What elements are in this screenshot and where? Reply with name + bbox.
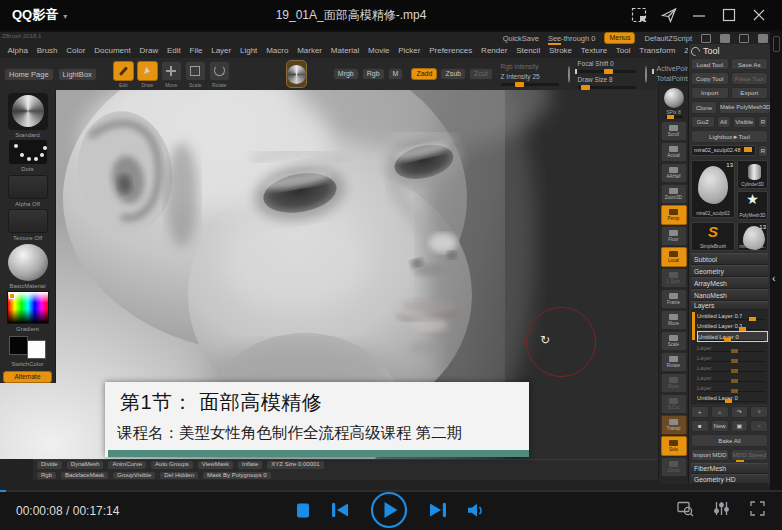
grid-icon[interactable] (701, 34, 711, 43)
right-shelf-button[interactable]: Transp (661, 415, 687, 435)
layer-row[interactable]: Untitled Layer 0.7 (697, 311, 768, 320)
tray-button[interactable]: Del Hidden (159, 471, 199, 480)
goz-all-button[interactable]: All (717, 116, 731, 128)
menu-item[interactable]: Alpha (3, 46, 32, 55)
secondary-color-swatch[interactable] (27, 340, 46, 359)
maximize-button[interactable] (720, 7, 737, 24)
menu-item[interactable]: Document (90, 46, 135, 55)
tool-section-header[interactable]: Geometry HD (691, 474, 768, 484)
zcut-button[interactable]: Zcut (469, 68, 493, 80)
menu-item[interactable]: Edit (163, 46, 186, 55)
draw-size-track[interactable] (578, 86, 636, 89)
right-shelf-button[interactable]: Scale (661, 331, 687, 351)
menu-item[interactable]: Texture (576, 46, 611, 55)
layer-row[interactable]: Untitled Layer 0 (697, 331, 768, 342)
tray-button[interactable]: Divide (36, 460, 63, 469)
right-shelf-button[interactable]: AAHalf (661, 163, 687, 183)
layer-action-button[interactable]: ▣ (731, 420, 749, 432)
right-shelf-button[interactable]: Solo (661, 436, 687, 456)
screenshot-icon[interactable] (630, 7, 647, 24)
collapse-panel-chevron[interactable]: ‹ (772, 272, 776, 284)
focal-shift-track[interactable] (578, 70, 636, 73)
export-button[interactable]: Export (731, 87, 769, 99)
m-button[interactable]: M (388, 68, 404, 80)
layers-section-header[interactable]: Layers (691, 301, 768, 310)
tray-button[interactable]: Inflate (237, 460, 263, 469)
layer-row[interactable]: Layer (697, 353, 768, 362)
layer-action-button[interactable]: ▼ (750, 406, 768, 418)
import-mdd-button[interactable]: Import MDD (691, 449, 729, 461)
next-button[interactable] (430, 503, 446, 517)
layer-action-button[interactable]: ■ (691, 420, 709, 432)
tray-button[interactable]: DynaMesh (66, 460, 105, 469)
tool-section-header[interactable]: Geometry (691, 265, 768, 277)
material-picker[interactable] (8, 244, 48, 281)
right-shelf-button[interactable]: Move (661, 310, 687, 330)
right-shelf-button[interactable]: Scroll (661, 121, 687, 141)
tool-section-header[interactable]: FiberMesh (691, 463, 768, 474)
layer-action-button[interactable]: × (750, 420, 768, 432)
menu-item[interactable]: Macro (262, 46, 293, 55)
menu-item[interactable]: Light (236, 46, 262, 55)
right-shelf-button[interactable]: Zoom3D (661, 184, 687, 204)
right-shelf-button[interactable]: Persp (661, 205, 687, 225)
mrgb-button[interactable]: Mrgb (333, 68, 359, 80)
snapshot-inspect-icon[interactable] (677, 500, 694, 521)
right-shelf-button[interactable]: Rotate (661, 352, 687, 372)
draw-mode-button[interactable] (137, 61, 158, 81)
menu-item[interactable]: Brush (32, 46, 62, 55)
menu-item[interactable]: Tool (611, 46, 634, 55)
panel-icon[interactable] (720, 34, 730, 43)
layer-row[interactable]: Layer (697, 373, 768, 382)
app-menu[interactable]: QQ影音 ▾ (0, 6, 67, 24)
menu-item[interactable]: Material (326, 46, 363, 55)
session-icon[interactable] (758, 34, 768, 43)
head2-thumbnail[interactable]: 13 mira02_scu.. (737, 222, 768, 251)
main-color-swatch[interactable] (9, 336, 28, 355)
menu-item[interactable]: Layer (207, 46, 236, 55)
current-brush-button[interactable] (286, 60, 307, 88)
layer-action-button[interactable]: + (691, 406, 709, 418)
right-shelf-button[interactable]: L.Sym (661, 268, 687, 288)
goz-visible-button[interactable]: Visible (733, 116, 757, 128)
video-frame[interactable]: ZBrush 2018.1 QuickSave See-through 0 Me… (0, 30, 782, 490)
make-polymesh3d-button[interactable]: Make PolyMesh3D (719, 101, 770, 113)
minimize-button[interactable] (690, 7, 707, 24)
play-button[interactable] (370, 491, 408, 529)
menu-item[interactable]: Draw (135, 46, 162, 55)
rgb-intensity-slider[interactable]: Rgb Intensity (501, 63, 559, 70)
right-shelf-button[interactable]: Ghost (661, 457, 687, 477)
right-shelf-button[interactable]: S.Cut (661, 394, 687, 414)
layer-action-button[interactable]: ▲ (711, 406, 729, 418)
tool-section-header[interactable]: ArrayMesh (691, 277, 768, 289)
lock-icon[interactable] (739, 34, 749, 43)
mdd-speed-slider[interactable]: MDD Speed (731, 449, 769, 461)
layer-action-button[interactable]: ↷ (731, 406, 749, 418)
menu-item[interactable]: Stencil (512, 46, 545, 55)
volume-button[interactable] (468, 503, 486, 518)
previous-button[interactable] (332, 503, 348, 517)
lightbox-tool-button[interactable]: Lightbox►Tool (691, 130, 768, 142)
right-shelf-button[interactable]: Frame (661, 289, 687, 309)
tray-button[interactable]: AnimCurve (107, 460, 147, 469)
focal-shift-dial[interactable] (568, 66, 570, 83)
import-button[interactable]: Import (691, 87, 729, 99)
scale-mode-button[interactable] (185, 61, 206, 81)
layer-row[interactable]: Layer (697, 383, 768, 392)
layer-row[interactable]: Layer (697, 343, 768, 352)
right-shelf-button[interactable]: Store (661, 373, 687, 393)
right-shelf-button[interactable]: Local (661, 247, 687, 267)
spix-slider[interactable] (665, 116, 683, 118)
stop-button[interactable] (296, 503, 310, 518)
move-mode-button[interactable] (161, 61, 182, 81)
tray-button[interactable]: Rgb (36, 471, 57, 480)
menu-item[interactable]: File (185, 46, 207, 55)
menu-item[interactable]: Color (62, 46, 90, 55)
texture-picker[interactable] (8, 209, 48, 233)
draw-size-slider[interactable]: Draw Size 8 (578, 76, 636, 83)
rgb-button[interactable]: Rgb (362, 68, 385, 80)
alternate-button[interactable]: Alternate (3, 371, 51, 383)
menu-item[interactable]: Movie (364, 46, 394, 55)
settings-sliders-icon[interactable] (713, 500, 730, 521)
tool-panel-header[interactable]: Tool (691, 46, 768, 56)
